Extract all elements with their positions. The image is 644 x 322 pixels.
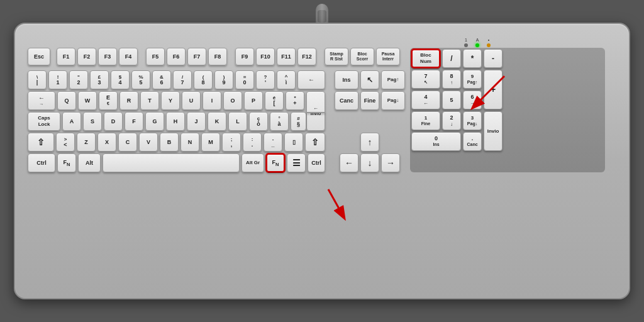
key-w[interactable]: W	[78, 91, 97, 110]
key-2[interactable]: "2	[69, 70, 88, 89]
key-numpad-multiply[interactable]: *	[463, 49, 482, 68]
key-esc[interactable]: Esc	[28, 48, 50, 65]
key-backspace[interactable]: ←	[297, 70, 325, 89]
key-f9[interactable]: F9	[235, 48, 254, 65]
key-numpad-5[interactable]: 5	[442, 91, 461, 109]
key-x[interactable]: X	[97, 133, 116, 152]
key-8[interactable]: (8	[194, 70, 213, 89]
key-numpad-plus[interactable]: +	[484, 70, 502, 109]
key-f4[interactable]: F4	[119, 48, 138, 65]
key-caret[interactable]: ^ì	[277, 70, 296, 89]
key-k[interactable]: K	[208, 112, 226, 131]
key-period[interactable]: :.	[243, 133, 262, 152]
key-f1[interactable]: F1	[57, 48, 75, 65]
key-alt-left[interactable]: Alt	[78, 153, 101, 172]
key-canc[interactable]: Canc	[335, 91, 358, 110]
key-fn-left[interactable]: FN	[57, 153, 76, 172]
key-c[interactable]: C	[118, 133, 137, 152]
key-f12[interactable]: F12	[297, 48, 316, 65]
key-enter[interactable]: ←Invio	[306, 91, 325, 131]
key-z[interactable]: Z	[77, 133, 96, 152]
key-f11[interactable]: F11	[277, 48, 296, 65]
key-slash[interactable]: ▯	[284, 133, 303, 152]
key-9[interactable]: )9	[214, 70, 233, 89]
key-s[interactable]: S	[83, 112, 102, 131]
key-pausa[interactable]: PausaInterr	[376, 48, 400, 65]
key-t[interactable]: T	[140, 91, 159, 110]
key-q[interactable]: Q	[57, 91, 76, 110]
key-up[interactable]: ↑	[360, 133, 379, 152]
key-n[interactable]: N	[180, 133, 199, 152]
key-fn-right[interactable]: FN	[266, 153, 285, 172]
key-numpad-3[interactable]: 3Pag↓	[463, 111, 482, 130]
key-space[interactable]	[103, 153, 240, 172]
key-numpad-enter[interactable]: Invio	[484, 111, 502, 151]
key-j[interactable]: J	[187, 112, 206, 131]
key-bloc-num[interactable]: BlocNum	[411, 49, 440, 68]
key-ccedilla[interactable]: çò	[249, 112, 268, 131]
key-numpad-canc[interactable]: .Canc	[463, 132, 482, 151]
key-f7[interactable]: F7	[187, 48, 206, 65]
key-left[interactable]: ←	[340, 153, 358, 172]
key-angle-bracket[interactable]: ><	[56, 133, 75, 152]
key-numpad-4[interactable]: 4←	[411, 91, 440, 109]
key-3[interactable]: £3	[90, 70, 109, 89]
key-0[interactable]: =0	[235, 70, 254, 89]
key-6[interactable]: &6	[152, 70, 171, 89]
key-r[interactable]: R	[119, 91, 138, 110]
key-ctrl-left[interactable]: Ctrl	[28, 153, 55, 172]
key-1[interactable]: !1	[48, 70, 67, 89]
key-p[interactable]: P	[244, 91, 263, 110]
key-h[interactable]: H	[166, 112, 185, 131]
key-backslash[interactable]: \|	[28, 70, 47, 89]
key-ins[interactable]: Ins	[335, 70, 358, 89]
key-7[interactable]: /7	[173, 70, 192, 89]
key-caps-lock[interactable]: CapsLock	[28, 112, 60, 131]
key-f2[interactable]: F2	[77, 48, 96, 65]
key-menu[interactable]: ☰	[287, 153, 306, 172]
key-f3[interactable]: F3	[98, 48, 117, 65]
key-numpad-1[interactable]: 1Fine	[411, 111, 440, 130]
key-numpad-0[interactable]: 0Ins	[411, 132, 461, 151]
key-u[interactable]: U	[182, 91, 201, 110]
key-o[interactable]: O	[223, 91, 242, 110]
key-fine[interactable]: Fine	[360, 91, 379, 110]
key-pag-down[interactable]: Pag↓	[381, 91, 405, 110]
key-plus[interactable]: *+	[286, 91, 304, 110]
key-m[interactable]: M	[201, 133, 220, 152]
key-pag-up[interactable]: Pag↑	[381, 70, 405, 89]
key-g[interactable]: G	[145, 112, 164, 131]
key-down[interactable]: ↓	[360, 153, 379, 172]
key-right[interactable]: →	[381, 153, 400, 172]
key-a[interactable]: A	[62, 112, 81, 131]
key-f10[interactable]: F10	[256, 48, 275, 65]
key-apostrophe[interactable]: ?'	[256, 70, 275, 89]
key-tab[interactable]: ←→	[28, 91, 55, 110]
key-at[interactable]: °à	[270, 112, 289, 131]
key-eacute[interactable]: é[	[265, 91, 284, 110]
key-alt-gr[interactable]: Alt Gr	[242, 153, 264, 172]
key-d[interactable]: D	[104, 112, 123, 131]
key-f8[interactable]: F8	[208, 48, 227, 65]
key-numpad-6[interactable]: 6→	[463, 91, 482, 109]
key-home[interactable]: ↖	[360, 70, 379, 89]
key-ctrl-right[interactable]: Ctrl	[308, 153, 325, 172]
key-y[interactable]: Y	[161, 91, 180, 110]
key-minus[interactable]: -_	[264, 133, 282, 152]
key-comma[interactable]: ;,	[222, 133, 241, 152]
key-5[interactable]: %5	[131, 70, 150, 89]
key-shift-left[interactable]: ⇧	[28, 133, 54, 152]
key-stamp[interactable]: StampR Sist	[325, 48, 348, 65]
key-bloc-scorr[interactable]: BlocScorr	[350, 48, 374, 65]
key-4[interactable]: $4	[111, 70, 130, 89]
key-numpad-minus[interactable]: -	[484, 49, 502, 68]
key-f5[interactable]: F5	[146, 48, 165, 65]
key-hash[interactable]: #§	[291, 112, 306, 131]
key-numpad-2[interactable]: 2↓	[442, 111, 461, 130]
key-numpad-7[interactable]: 7↖	[411, 70, 440, 89]
key-numpad-slash[interactable]: /	[442, 49, 461, 68]
key-v[interactable]: V	[139, 133, 158, 152]
key-e[interactable]: E€	[99, 91, 118, 110]
key-i[interactable]: I	[203, 91, 221, 110]
key-numpad-8[interactable]: 8↑	[442, 70, 461, 89]
